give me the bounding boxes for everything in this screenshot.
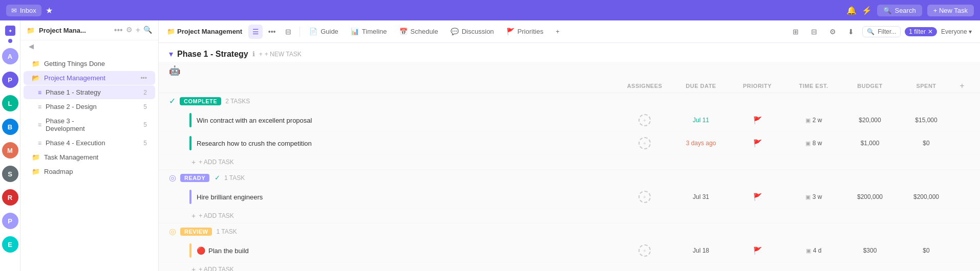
sidebar-item-roadmap[interactable]: 📁 Roadmap xyxy=(24,165,155,178)
ready-task-count: 1 TASK xyxy=(224,174,245,182)
list-icon-p1: ≡ xyxy=(38,89,41,96)
table-row[interactable]: Hire brilliant engineers + Jul 31 🚩 ▣ 3 … xyxy=(159,186,980,209)
new-task-inline-btn[interactable]: + + NEW TASK xyxy=(259,51,302,58)
phase-collapse-icon[interactable]: ▾ xyxy=(169,49,173,59)
col-header-assignees: ASSIGNEES xyxy=(616,83,673,89)
sidebar-item-phase2[interactable]: ≡ Phase 2 - Design 5 xyxy=(24,100,155,114)
list-view-btn[interactable]: ☰ xyxy=(248,25,263,39)
time-est-value-1: ▣ 2 w xyxy=(805,117,822,124)
add-task-plus-icon-2: + xyxy=(191,212,196,220)
nav-view-icons: ☰ ••• ⊟ xyxy=(248,25,295,39)
priority-flag-3: 🚩 xyxy=(753,193,762,201)
assignee-avatar-1[interactable]: + xyxy=(638,114,651,126)
avatar-p2[interactable]: P xyxy=(2,213,18,229)
sidebar-collapse-btn[interactable]: ◀ xyxy=(20,40,158,52)
tab-guide-label: Guide xyxy=(321,28,338,35)
avatar-m[interactable]: M xyxy=(2,142,18,159)
lightning-icon[interactable]: ⚡ xyxy=(862,6,872,15)
tab-timeline[interactable]: 📊 Timeline xyxy=(346,26,392,37)
task-priority-1: 🚩 xyxy=(729,116,785,124)
add-task-review[interactable]: + + ADD TASK xyxy=(159,262,980,271)
search-sidebar-icon[interactable]: 🔍 xyxy=(143,26,152,35)
sidebar-item-phase3[interactable]: ≡ Phase 3 -Development 5 xyxy=(24,114,155,136)
split-view-btn[interactable]: ⊟ xyxy=(281,25,295,39)
task-indicator-purple xyxy=(189,190,191,204)
alert-icon: 🔴 xyxy=(197,246,205,255)
avatar-p1[interactable]: P xyxy=(2,72,18,88)
sidebar-item-project-management[interactable]: 📂 Project Management ••• xyxy=(24,71,155,85)
plus-inline-icon: + xyxy=(259,51,263,58)
status-row-complete[interactable]: ✓ COMPLETE 2 TASKS xyxy=(159,93,980,109)
table-row[interactable]: Research how to crush the competition + … xyxy=(159,132,980,155)
status-badge-ready[interactable]: READY xyxy=(180,174,209,182)
tab-schedule[interactable]: 📅 Schedule xyxy=(394,26,443,37)
filter-bar[interactable]: 🔍 Filter... xyxy=(862,26,901,37)
filter-badge[interactable]: 1 filter ✕ xyxy=(905,27,937,36)
nav-right: ⊞ ⊟ ⚙ ⬇ 🔍 Filter... 1 filter ✕ Everyone … xyxy=(789,25,972,39)
sidebar-item-phase4[interactable]: ≡ Phase 4 - Execution 5 xyxy=(24,136,155,150)
task-budget-3: $200,000 xyxy=(842,193,898,200)
assignee-avatar-4[interactable]: + xyxy=(638,244,651,257)
table-row[interactable]: 🔴 Plan the build + Jul 18 🚩 ▣ xyxy=(159,239,980,262)
task-time-est-3: ▣ 3 w xyxy=(785,193,842,200)
pm-dots-icon[interactable]: ••• xyxy=(140,75,147,82)
sidebar-count-p2: 5 xyxy=(143,103,147,110)
filter-close-icon[interactable]: ✕ xyxy=(928,28,933,35)
avatar-l[interactable]: L xyxy=(2,95,18,111)
dots-menu-btn[interactable]: ••• xyxy=(265,25,279,39)
sidebar-item-label-p1: Phase 1 - Strategy xyxy=(46,88,139,96)
inbox-button[interactable]: ✉ Inbox xyxy=(6,5,41,16)
sidebar-title: Project Mana... xyxy=(39,27,110,34)
avatar-e[interactable]: E xyxy=(2,236,18,253)
new-task-label: + New Task xyxy=(933,7,968,14)
sidebar-item-getting-things-done[interactable]: 📁 Getting Things Done xyxy=(24,57,155,71)
avatar-a[interactable]: A xyxy=(2,48,18,64)
folder-icon-pm: 📂 xyxy=(32,74,40,82)
group-by-btn[interactable]: ⊞ xyxy=(789,25,803,39)
add-task-ready[interactable]: + + ADD TASK xyxy=(159,209,980,223)
assignee-avatar-3[interactable]: + xyxy=(638,191,651,203)
search-button[interactable]: 🔍 Search xyxy=(877,5,922,16)
export-btn[interactable]: ⬇ xyxy=(844,25,858,39)
assignee-avatar-2[interactable]: + xyxy=(638,137,651,149)
tab-guide[interactable]: 📄 Guide xyxy=(304,26,344,37)
col-add-btn[interactable]: + xyxy=(954,81,970,91)
priority-flag-2: 🚩 xyxy=(753,139,762,147)
dots-icon[interactable]: ••• xyxy=(114,26,123,35)
add-task-complete[interactable]: + + ADD TASK xyxy=(159,155,980,169)
tab-add[interactable]: + xyxy=(550,26,565,37)
columns-btn[interactable]: ⊟ xyxy=(807,25,821,39)
topbar-left: ✉ Inbox ★ xyxy=(6,5,53,16)
status-badge-complete[interactable]: COMPLETE xyxy=(180,97,221,105)
priority-flag-4: 🚩 xyxy=(753,246,762,255)
settings-btn[interactable]: ⚙ xyxy=(825,25,840,39)
task-assignees-1: + xyxy=(616,114,673,126)
avatar-s[interactable]: S xyxy=(2,166,18,182)
add-icon[interactable]: + xyxy=(136,26,140,35)
task-priority-4: 🚩 xyxy=(729,246,785,255)
task-priority-3: 🚩 xyxy=(729,193,785,201)
tab-priorities[interactable]: 🚩 Priorities xyxy=(501,26,549,37)
status-badge-review[interactable]: REVIEW xyxy=(180,228,212,236)
avatar-b[interactable]: B xyxy=(2,119,18,135)
bell-icon[interactable]: 🔔 xyxy=(846,6,857,15)
phase-info-icon[interactable]: ℹ xyxy=(252,50,255,58)
settings-icon[interactable]: ⚙ xyxy=(126,26,133,35)
folder-icon-tm: 📁 xyxy=(32,153,40,161)
everyone-selector[interactable]: Everyone ▾ xyxy=(941,28,972,35)
new-task-button[interactable]: + New Task xyxy=(927,5,974,16)
avatar-r[interactable]: R xyxy=(2,189,18,206)
budget-value-3: $200,000 xyxy=(857,193,883,200)
sidebar-item-task-management[interactable]: 📁 Task Management xyxy=(24,150,155,164)
review-task-count: 1 TASK xyxy=(216,228,237,235)
status-row-ready[interactable]: ◎ READY ✓ 1 TASK xyxy=(159,170,980,186)
chevron-down-icon: ▾ xyxy=(969,28,972,35)
tab-discussion[interactable]: 💬 Discussion xyxy=(445,26,499,37)
app-logo[interactable]: ✦ xyxy=(5,26,15,36)
table-row[interactable]: Win contract with an excellent proposal … xyxy=(159,109,980,132)
star-icon[interactable]: ★ xyxy=(46,6,53,15)
time-est-value-4: ▣ 4 d xyxy=(806,247,822,254)
budget-value-1: $20,000 xyxy=(859,117,881,124)
status-row-review[interactable]: ◎ REVIEW 1 TASK xyxy=(159,223,980,239)
sidebar-item-phase1[interactable]: ≡ Phase 1 - Strategy 2 xyxy=(24,85,155,99)
